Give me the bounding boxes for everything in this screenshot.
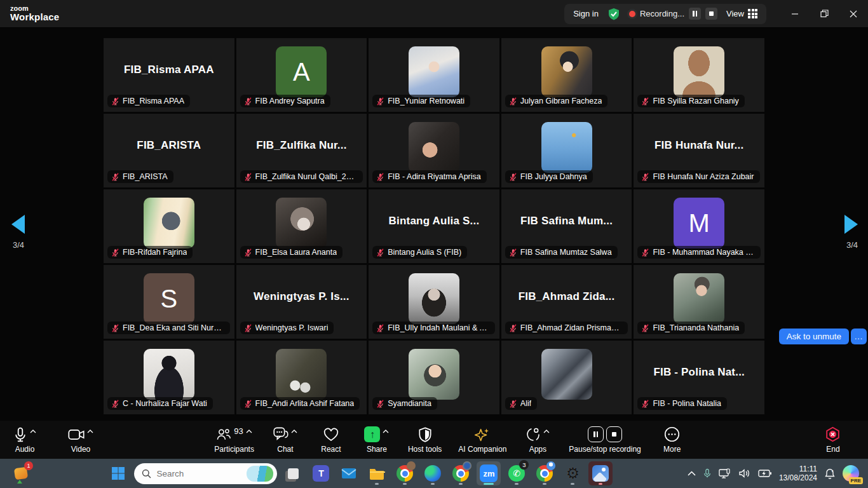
- apps-chevron-icon[interactable]: [543, 430, 550, 433]
- participant-tile[interactable]: C - Nurhaliza Fajar Wati: [104, 341, 234, 414]
- taskbar-notification-app-icon[interactable]: 1: [10, 463, 32, 484]
- more-button[interactable]: More: [658, 426, 687, 454]
- task-view-button[interactable]: [281, 461, 305, 485]
- participant-tile[interactable]: FIB-Rifdah Fajrina: [104, 189, 234, 263]
- participant-tile[interactable]: FIB_Andi Arlita Ashif Fatana: [236, 341, 367, 414]
- search-highlight-image[interactable]: [247, 466, 273, 482]
- video-chevron-icon[interactable]: [87, 430, 93, 433]
- participants-button[interactable]: 93 Participants: [214, 426, 254, 454]
- restore-button[interactable]: [810, 0, 839, 28]
- end-meeting-button[interactable]: End: [818, 426, 848, 454]
- taskbar-file-explorer-icon[interactable]: [365, 461, 389, 485]
- app-arrow-icon: [17, 480, 22, 484]
- participant-name-pill: FIB Julyya Dahnya: [505, 170, 593, 183]
- audio-chevron-icon[interactable]: [30, 430, 36, 433]
- tray-clock[interactable]: 11:11 13/08/2024: [779, 464, 817, 482]
- participant-tile[interactable]: FIB Hunafa Nur... FIB Hunafa Nur Aziza Z…: [634, 114, 764, 187]
- audio-label: Audio: [15, 445, 35, 454]
- next-page-arrow[interactable]: [844, 215, 858, 234]
- pause-recording-button[interactable]: [689, 8, 701, 20]
- view-button[interactable]: View: [726, 9, 757, 18]
- previous-page-arrow[interactable]: [11, 215, 25, 234]
- participant-more-options-button[interactable]: ...: [851, 329, 867, 344]
- participant-tile[interactable]: Bintang Aulia S... Bintang Aulia S (FIB): [369, 189, 499, 263]
- close-button[interactable]: [839, 0, 868, 28]
- svg-text:z: z: [832, 469, 834, 473]
- tray-battery-icon[interactable]: [758, 469, 772, 478]
- chat-button[interactable]: Chat: [271, 426, 300, 454]
- tray-microphone-icon[interactable]: [703, 468, 712, 479]
- taskbar-chrome-profile2-icon[interactable]: [449, 461, 473, 485]
- taskbar-photos-icon[interactable]: [588, 461, 613, 485]
- react-button[interactable]: React: [316, 426, 346, 454]
- ai-companion-sparkle-icon: [474, 427, 491, 442]
- tray-cast-display-icon[interactable]: [719, 468, 731, 479]
- audio-button[interactable]: Audio: [10, 426, 39, 454]
- taskbar-whatsapp-icon[interactable]: ✆ 3: [505, 461, 529, 485]
- participant-tile[interactable]: Julyan Gibran Facheza: [501, 38, 632, 112]
- participant-tile[interactable]: FIB Syilla Razan Ghaniy: [634, 38, 764, 112]
- participant-tile[interactable]: FIB_ARISTA FIB_ARISTA: [104, 114, 234, 187]
- participant-tile[interactable]: Alif: [501, 341, 632, 414]
- start-button[interactable]: [106, 461, 130, 485]
- whatsapp-badge: 3: [519, 460, 529, 470]
- participant-tile[interactable]: FIB - Adira Riyatma Aprisa: [369, 114, 499, 187]
- search-input[interactable]: [156, 469, 241, 478]
- taskbar-mail-icon[interactable]: [337, 461, 361, 485]
- participant-tile[interactable]: FIB_Zulfika Nur... FIB_Zulfika Nurul Qal…: [236, 114, 367, 187]
- participant-tile[interactable]: Weningtyas P. Is... Weningtyas P. Iswari: [236, 265, 367, 339]
- participant-tile[interactable]: A FIB Andrey Saputra: [236, 38, 367, 112]
- ai-companion-button[interactable]: AI Companion: [458, 426, 506, 454]
- security-shield-icon[interactable]: [607, 8, 620, 20]
- taskbar-search[interactable]: [134, 463, 277, 484]
- participant-tile[interactable]: S FIB_Dea Eka and Siti Nurmasyi...: [104, 265, 234, 339]
- mic-muted-icon: [641, 97, 649, 105]
- recording-indicator: Recording...: [629, 8, 717, 20]
- taskbar-chrome-profile1-icon[interactable]: [393, 461, 417, 485]
- participant-tile[interactable]: FIB_Risma APAA FIB_Risma APAA: [104, 38, 234, 112]
- apps-button[interactable]: Apps: [523, 426, 552, 454]
- video-button[interactable]: Video: [66, 426, 95, 454]
- pause-stop-recording-button[interactable]: Pause/stop recording: [569, 426, 641, 454]
- participant-tile[interactable]: FIB - Polina Nat... FIB - Polina Natalia: [634, 341, 764, 414]
- participant-tile[interactable]: FIB_Ahmad Zida... FIB_Ahmad Zidan Prisma…: [501, 265, 632, 339]
- tray-speaker-icon[interactable]: [738, 468, 751, 478]
- chat-chevron-icon[interactable]: [291, 430, 297, 433]
- participant-tile[interactable]: FIB_Triananda Nathania: [634, 265, 764, 339]
- participant-tile[interactable]: M FIB - Muhammad Nayaka Rey...: [634, 189, 764, 263]
- participant-tile[interactable]: FIB Safina Mum... FIB Safina Mumtaz Salw…: [501, 189, 632, 263]
- participant-name-pill: FIB_Yuniar Retnowati: [372, 95, 470, 107]
- participant-name-pill: Julyan Gibran Facheza: [505, 95, 608, 107]
- participant-tile[interactable]: FIB Julyya Dahnya: [501, 114, 632, 187]
- participant-name-pill: FIB Andrey Saputra: [240, 95, 330, 107]
- participant-avatar: [409, 46, 459, 97]
- participant-tile[interactable]: FIB_Ully Indah Maulani & Adel...: [369, 265, 499, 339]
- participant-name-label: FIB - Adira Riyatma Aprisa: [388, 172, 481, 181]
- share-button[interactable]: ↑ Share: [362, 426, 391, 454]
- participant-avatar: [409, 122, 459, 173]
- taskbar-zoom-icon[interactable]: zm: [477, 461, 501, 485]
- participant-tile[interactable]: FIB_Yuniar Retnowati: [369, 38, 499, 112]
- participant-tile[interactable]: Syamdianita: [369, 341, 499, 414]
- sign-in-button[interactable]: Sign in: [573, 9, 599, 18]
- end-label: End: [826, 445, 839, 454]
- participant-tile[interactable]: FIB_Elsa Laura Ananta: [236, 189, 367, 263]
- taskbar-chrome-profile3-icon[interactable]: [532, 461, 557, 485]
- taskbar-teams-icon[interactable]: T: [309, 461, 333, 485]
- participant-avatar: M: [674, 198, 724, 248]
- share-chevron-icon[interactable]: [383, 430, 389, 433]
- copilot-icon[interactable]: PRE: [843, 465, 859, 482]
- host-tools-button[interactable]: Host tools: [408, 426, 442, 454]
- taskbar-edge-icon[interactable]: [421, 461, 445, 485]
- participants-chevron-icon[interactable]: [246, 430, 252, 433]
- pause-recording-icon[interactable]: [588, 426, 604, 442]
- tray-chevron-up-icon[interactable]: [688, 471, 696, 476]
- tray-notification-bell-icon[interactable]: z: [824, 468, 836, 480]
- taskbar-settings-icon[interactable]: ⚙: [560, 461, 585, 485]
- folder-icon: [369, 465, 385, 482]
- stop-recording-icon[interactable]: [606, 426, 622, 442]
- minimize-button[interactable]: [780, 0, 810, 28]
- window-titlebar: zoom Workplace Sign in Recording... View: [0, 0, 868, 28]
- stop-recording-button[interactable]: [705, 8, 717, 20]
- ask-to-unmute-button[interactable]: Ask to unmute: [779, 329, 849, 344]
